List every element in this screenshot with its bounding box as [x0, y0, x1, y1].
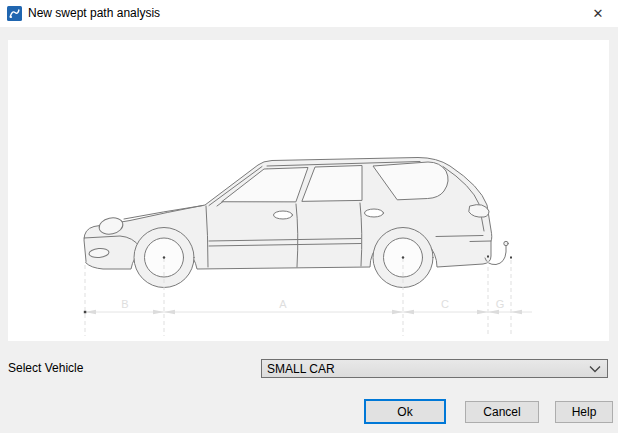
chevron-down-icon	[588, 364, 602, 374]
dimension-label-c: C	[441, 298, 449, 310]
rear-bumper-line	[470, 241, 491, 242]
vehicle-select-value: SMALL CAR	[262, 362, 588, 376]
close-icon[interactable]: ✕	[578, 0, 618, 27]
select-vehicle-label: Select Vehicle	[8, 361, 83, 375]
vehicle-preview-panel: B A C G	[8, 40, 609, 341]
vehicle-side-profile-drawing: B A C G	[8, 40, 609, 341]
dimension-label-a: A	[279, 298, 287, 310]
window-title: New swept path analysis	[28, 6, 160, 20]
cancel-button[interactable]: Cancel	[465, 401, 539, 423]
titlebar: New swept path analysis ✕	[0, 0, 618, 27]
dimension-label-g: G	[496, 298, 505, 310]
rear-door-handle	[365, 209, 384, 217]
ok-button[interactable]: Ok	[364, 399, 446, 424]
front-door-handle	[274, 211, 293, 219]
tow-ball	[504, 241, 508, 245]
new-swept-path-analysis-dialog: New swept path analysis ✕	[0, 0, 618, 433]
app-icon	[7, 6, 22, 21]
dimension-label-b: B	[121, 298, 128, 310]
vehicle-select-combobox[interactable]: SMALL CAR	[261, 359, 608, 378]
help-button[interactable]: Help	[555, 401, 613, 423]
